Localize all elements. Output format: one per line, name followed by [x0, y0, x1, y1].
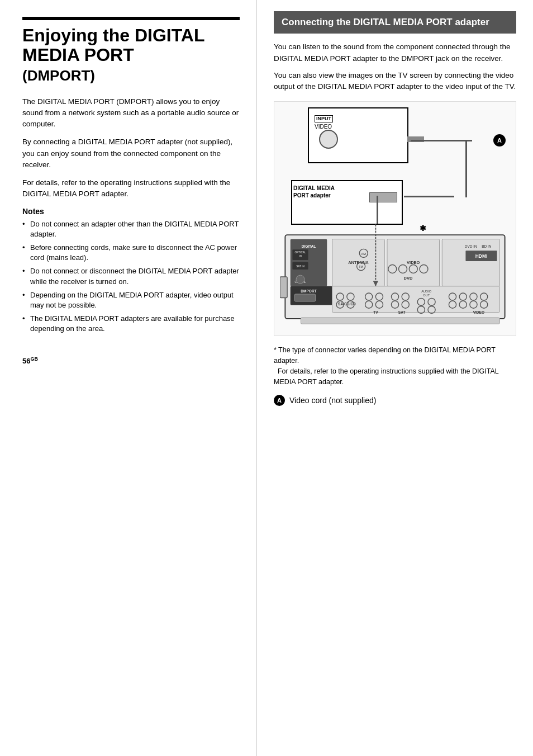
svg-rect-1 [280, 277, 287, 297]
video-label: VIDEO [315, 124, 333, 130]
svg-text:BD IN: BD IN [482, 245, 492, 249]
svg-text:DVD IN: DVD IN [465, 245, 477, 249]
right-para-1: You can listen to the sound from the com… [274, 41, 516, 64]
svg-text:TV: TV [373, 310, 378, 314]
main-title: Enjoying the DIGITAL MEDIA PORT [22, 26, 240, 65]
svg-text:VIDEO: VIDEO [407, 260, 420, 265]
svg-text:HDMI: HDMI [475, 254, 487, 259]
notes-heading: Notes [22, 207, 240, 216]
svg-text:ANTENNA: ANTENNA [348, 260, 369, 265]
svg-rect-32 [332, 286, 500, 313]
connection-diagram: TV INPUT VIDEO A DIGITAL MEDIA PORT adap… [274, 101, 516, 336]
input-bold-label: INPUT [315, 115, 333, 122]
svg-text:SAT: SAT [398, 310, 406, 314]
svg-text:VIDEO: VIDEO [473, 310, 484, 314]
svg-text:DIGITAL: DIGITAL [302, 244, 316, 248]
svg-text:IN: IN [299, 256, 302, 258]
right-para-2: You can also view the images on the TV s… [274, 70, 516, 93]
svg-text:DVD: DVD [404, 276, 413, 281]
svg-text:AUDIO: AUDIO [421, 290, 431, 293]
vertical-cable-line [465, 140, 467, 197]
receiver-diagram: DIGITAL OPTICAL IN SAT IN COAXIAL DMPORT [280, 221, 510, 333]
receiver-svg: DIGITAL OPTICAL IN SAT IN COAXIAL DMPORT [280, 221, 510, 333]
svg-text:FM: FM [359, 266, 363, 268]
tv-box: INPUT VIDEO [308, 107, 408, 163]
intro-para-3: For details, refer to the operating inst… [22, 177, 240, 200]
list-item: Do not connect an adapter other than the… [22, 219, 240, 239]
rca-port [319, 130, 338, 149]
svg-text:AM: AM [361, 252, 367, 256]
dmp-port [369, 192, 397, 202]
svg-text:OPTICAL: OPTICAL [295, 251, 306, 254]
asterisk-footnote: * The type of connector varies depending… [274, 345, 516, 387]
connector-a-label: A [493, 134, 506, 147]
tv-input-section: INPUT VIDEO [315, 113, 333, 130]
list-item: The DIGITAL MEDIA PORT adapters are avai… [22, 314, 240, 334]
list-item: Before connecting cords, make sure to di… [22, 243, 240, 263]
list-item: Do not connect or disconnect the DIGITAL… [22, 266, 240, 286]
dmp-label: DIGITAL MEDIA PORT adapter [293, 185, 335, 199]
svg-rect-13 [294, 294, 315, 301]
dmp-cable-line [404, 196, 454, 197]
page-number: 56GB [22, 356, 240, 365]
svg-text:OUT: OUT [423, 294, 430, 297]
sub-title: (DMPORT) [22, 67, 240, 84]
top-bar-decoration [22, 17, 240, 20]
section-title: Connecting the DIGITAL MEDIA PORT adapte… [282, 17, 508, 28]
footnote-text: * The type of connector varies depending… [274, 345, 516, 387]
left-column: Enjoying the DIGITAL MEDIA PORT (DMPORT)… [0, 0, 257, 756]
list-item: Depending on the DIGITAL MEDIA PORT adap… [22, 290, 240, 310]
connector-a-icon: A [274, 395, 285, 406]
video-cord-note: A Video cord (not supplied) [274, 395, 516, 406]
notes-list: Do not connect an adapter other than the… [22, 219, 240, 334]
svg-rect-63 [301, 318, 499, 324]
svg-text:DMPORT: DMPORT [301, 289, 316, 293]
right-column: Connecting the DIGITAL MEDIA PORT adapte… [257, 0, 533, 756]
intro-para-2: By connecting a DIGITAL MEDIA PORT adapt… [22, 136, 240, 171]
section-header: Connecting the DIGITAL MEDIA PORT adapte… [274, 11, 516, 34]
svg-text:SAT IN: SAT IN [296, 266, 304, 268]
svg-point-10 [296, 276, 304, 284]
intro-para-1: The DIGITAL MEDIA PORT (DMPORT) allows y… [22, 96, 240, 130]
tv-cable-line [411, 140, 472, 141]
video-cord-label: Video cord (not supplied) [289, 396, 376, 405]
down-cable-line [377, 196, 378, 224]
